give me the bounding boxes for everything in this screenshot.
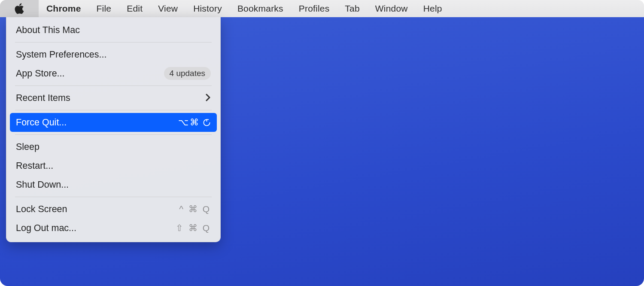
menu-item-label: Shut Down...: [16, 180, 69, 190]
menubar-item-help[interactable]: Help: [416, 0, 450, 17]
menu-item-label: Lock Screen: [16, 204, 67, 215]
menubar-item-edit[interactable]: Edit: [119, 0, 150, 17]
menu-item-system-preferences[interactable]: System Preferences...: [10, 45, 217, 64]
menu-item-sleep[interactable]: Sleep: [10, 137, 217, 156]
menu-separator: [15, 134, 212, 135]
menu-item-label: App Store...: [16, 68, 65, 79]
updates-badge: 4 updates: [164, 67, 211, 80]
menu-item-label: Log Out mac...: [16, 223, 76, 234]
menu-item-log-out[interactable]: Log Out mac... ⇧ ⌘ Q: [10, 219, 217, 237]
menu-item-restart[interactable]: Restart...: [10, 156, 217, 175]
menu-item-label: Force Quit...: [16, 117, 67, 128]
menu-item-label: Recent Items: [16, 93, 70, 103]
menubar-item-window[interactable]: Window: [368, 0, 416, 17]
menu-item-lock-screen[interactable]: Lock Screen ^ ⌘ Q: [10, 200, 217, 219]
menu-item-label: System Preferences...: [16, 49, 107, 60]
apple-menu-button[interactable]: [0, 0, 39, 17]
menubar-item-profiles[interactable]: Profiles: [291, 0, 337, 17]
menu-item-recent-items[interactable]: Recent Items: [10, 88, 217, 107]
keyboard-shortcut: ^ ⌘ Q: [179, 204, 211, 214]
menu-separator: [15, 197, 212, 197]
menu-bar: Chrome File Edit View History Bookmarks …: [0, 0, 644, 17]
menu-separator: [15, 42, 212, 43]
menu-item-about-this-mac[interactable]: About This Mac: [10, 21, 217, 40]
keyboard-shortcut: ⇧ ⌘ Q: [176, 223, 211, 233]
menubar-item-view[interactable]: View: [150, 0, 185, 17]
menubar-item-tab[interactable]: Tab: [337, 0, 367, 17]
menu-item-label: About This Mac: [16, 25, 80, 36]
menu-item-label: Restart...: [16, 161, 53, 171]
menubar-app-name[interactable]: Chrome: [39, 0, 89, 17]
menubar-item-history[interactable]: History: [185, 0, 230, 17]
apple-logo-icon: [14, 3, 25, 14]
apple-menu-dropdown: About This Mac System Preferences... App…: [6, 17, 221, 242]
menubar-item-file[interactable]: File: [89, 0, 119, 17]
menu-separator: [15, 110, 212, 110]
escape-icon: [203, 119, 211, 127]
menubar-item-bookmarks[interactable]: Bookmarks: [230, 0, 291, 17]
menu-item-shut-down[interactable]: Shut Down...: [10, 175, 217, 194]
menu-item-app-store[interactable]: App Store... 4 updates: [10, 64, 217, 83]
keyboard-shortcut: ⌥⌘: [178, 117, 211, 128]
menu-item-force-quit[interactable]: Force Quit... ⌥⌘: [10, 113, 217, 132]
menu-item-label: Sleep: [16, 142, 39, 152]
chevron-right-icon: [206, 92, 211, 104]
desktop: Chrome File Edit View History Bookmarks …: [0, 0, 644, 286]
shortcut-keys: ⌥⌘: [178, 117, 200, 128]
menu-separator: [15, 85, 212, 86]
